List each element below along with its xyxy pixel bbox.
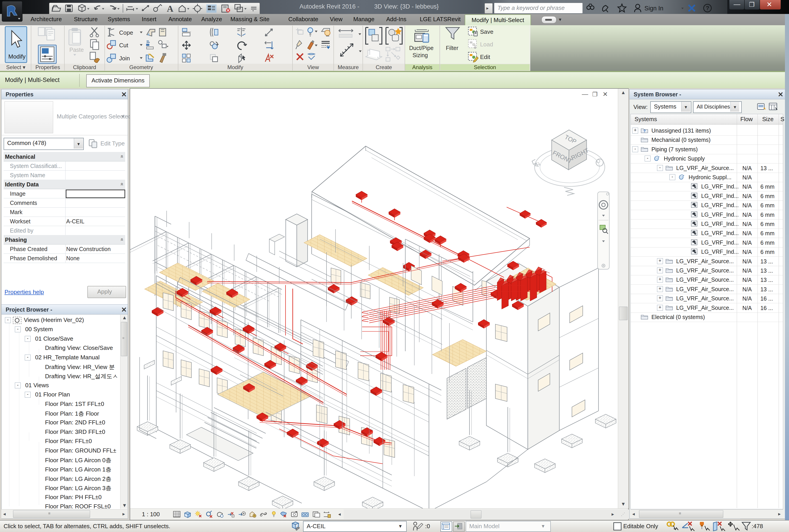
svg-text:Cope: Cope <box>119 29 133 36</box>
svg-text:Duct/Pipe: Duct/Pipe <box>409 45 433 51</box>
svg-text:?: ? <box>706 5 709 12</box>
svg-text:Edit: Edit <box>480 54 490 60</box>
svg-text:Sign In: Sign In <box>644 5 663 12</box>
svg-text:Filter: Filter <box>446 45 458 51</box>
svg-text:Modify: Modify <box>8 53 26 60</box>
svg-text:Sizing: Sizing <box>413 52 428 58</box>
svg-text:A: A <box>167 4 173 14</box>
svg-text:Join: Join <box>119 55 130 62</box>
svg-text:?: ? <box>643 129 645 133</box>
svg-text:Save: Save <box>480 28 493 35</box>
svg-text:Paste: Paste <box>69 46 84 53</box>
svg-text:Load: Load <box>480 41 493 48</box>
svg-text:Cut: Cut <box>119 42 128 49</box>
